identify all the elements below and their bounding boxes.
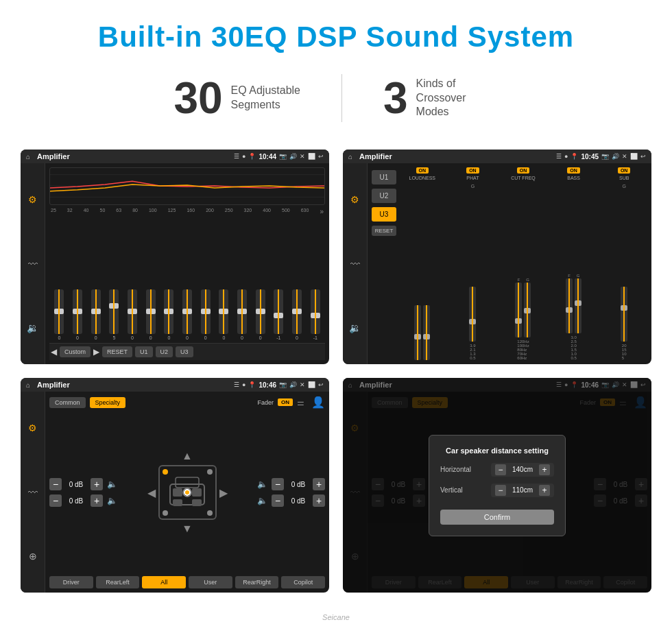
cx-camera-icon[interactable]: 📷 (601, 153, 609, 160)
menu-icon[interactable]: ☰ (234, 153, 239, 160)
spec-all-btn[interactable]: All (142, 576, 186, 588)
spec-time: 10:46 (259, 381, 276, 389)
spec-left-minus1[interactable]: − (49, 478, 62, 490)
cx-phat-on[interactable]: ON (466, 167, 479, 174)
dot-icon: ● (242, 153, 245, 160)
cx-bass-on[interactable]: ON (567, 167, 580, 174)
status-bar-eq: ⌂ Amplifier ☰ ● 📍 10:44 📷 🔊 ✕ ⬜ ↩ (21, 150, 329, 163)
cx-loudness-label: LOUDNESS (409, 176, 436, 180)
spec-icon-wave[interactable]: 〰 (28, 487, 38, 498)
cx-bass-label: BASS (567, 176, 580, 180)
slider-value-9: 0 (204, 335, 207, 340)
spec-right-db-row1: 🔈 − 0 dB + (257, 478, 325, 490)
home-icon[interactable]: ⌂ (26, 153, 30, 160)
cx-cutfreq-on[interactable]: ON (517, 167, 530, 174)
balance-right-arrow[interactable]: ▶ (219, 486, 228, 499)
spec-copilot-btn[interactable]: Copilot (281, 576, 325, 588)
eq-icon-tune[interactable]: ⚙ (28, 194, 37, 205)
balance-down-arrow[interactable]: ▼ (182, 523, 193, 535)
cx-cutfreq-label: CUT FREQ (511, 176, 536, 180)
cx-u2-btn[interactable]: U2 (372, 189, 396, 203)
stat-eq: 30 EQ AdjustableSegments (132, 76, 341, 120)
spec-camera-icon[interactable]: 📷 (279, 381, 287, 388)
spec-fader-slider-icon[interactable]: ⚌ (297, 398, 304, 407)
slider-col-4: 5 (106, 289, 123, 340)
spec-driver-btn[interactable]: Driver (49, 576, 93, 588)
camera-icon[interactable]: 📷 (279, 153, 287, 160)
cx-icon-wave[interactable]: 〰 (350, 259, 360, 270)
cx-loudness-on[interactable]: ON (416, 167, 429, 174)
spec-user-profile-icon[interactable]: 👤 (311, 396, 325, 409)
spec-close-icon[interactable]: ✕ (300, 381, 305, 388)
balance-left-arrow[interactable]: ◀ (147, 486, 156, 499)
eq-u1-btn[interactable]: U1 (135, 346, 153, 357)
spec-common-tab[interactable]: Common (49, 397, 86, 408)
spec-right-minus2[interactable]: − (272, 494, 284, 507)
dialog-vertical-plus[interactable]: + (539, 485, 550, 496)
status-bar-cx: ⌂ Amplifier ☰ ● 📍 10:45 📷 🔊 ✕ ⬜ ↩ (343, 150, 651, 163)
spec-menu-icon[interactable]: ☰ (234, 381, 239, 388)
volume-icon[interactable]: 🔊 (289, 153, 297, 160)
spec-user-btn[interactable]: User (189, 576, 232, 588)
cx-dot-icon: ● (564, 153, 568, 160)
eq-icon-volume-down[interactable]: 🔉 (27, 322, 38, 333)
cx-volume-icon[interactable]: 🔊 (612, 153, 619, 160)
eq-back-btn[interactable]: ◀ (51, 347, 57, 357)
stat-eq-number: 30 (173, 76, 222, 120)
spec-left-plus1[interactable]: + (91, 478, 103, 490)
cx-sub-on[interactable]: ON (618, 167, 631, 174)
spec-specialty-tab[interactable]: Specialty (90, 397, 126, 408)
spec-volume-icon[interactable]: 🔊 (289, 381, 297, 388)
screen-icon[interactable]: ⬜ (308, 153, 315, 160)
cx-back-icon[interactable]: ↩ (640, 153, 646, 160)
balance-up-arrow[interactable]: ▲ (182, 450, 193, 462)
spec-left-ch2-icon: 🔈 (107, 496, 117, 505)
dialog-vertical-minus[interactable]: − (495, 485, 506, 496)
cx-home-icon[interactable]: ⌂ (348, 153, 352, 160)
cx-ch-bass: ON BASS F (551, 167, 597, 360)
cx-u3-btn[interactable]: U3 (372, 207, 396, 222)
spec-rearleft-btn[interactable]: RearLeft (96, 576, 140, 588)
dialog-overlay: Car speaker distance setting Horizontal … (343, 378, 651, 593)
stat-crossover: 3 Kinds ofCrossover Modes (342, 76, 540, 120)
cx-ch-loudness: ON LOUDNESS (399, 167, 446, 360)
spec-right-minus1[interactable]: − (272, 478, 284, 490)
close-icon[interactable]: ✕ (300, 153, 305, 160)
svg-rect-7 (173, 499, 182, 506)
eq-graph (49, 167, 325, 205)
spec-left-db-val2: 0 dB (66, 497, 86, 505)
cx-icon-volume-down[interactable]: 🔉 (349, 322, 361, 333)
screen-dialog: ⌂ Amplifier ☰ ● 📍 10:46 📷 🔊 ✕ ⬜ ↩ ⚙ 〰 ⊕ (343, 378, 651, 593)
spec-right-plus2[interactable]: + (313, 494, 325, 507)
eq-u3-btn[interactable]: U3 (176, 346, 193, 357)
spec-main-area: Common Specialty Fader ON ⚌ 👤 − 0 dB + (45, 392, 329, 593)
spec-fader-on[interactable]: ON (278, 398, 293, 406)
spec-right-plus1[interactable]: + (313, 478, 325, 490)
spec-top-bar: Common Specialty Fader ON ⚌ 👤 (49, 396, 325, 409)
cx-icon-tune[interactable]: ⚙ (350, 194, 359, 205)
cx-u1-btn[interactable]: U1 (372, 170, 396, 184)
spec-left-minus2[interactable]: − (49, 494, 62, 507)
back-icon[interactable]: ↩ (318, 153, 324, 160)
spec-home-icon[interactable]: ⌂ (26, 381, 30, 389)
dialog-horizontal-minus[interactable]: − (495, 464, 506, 475)
eq-play-btn[interactable]: ▶ (93, 347, 99, 357)
cx-time: 10:45 (581, 153, 599, 160)
cx-screen-icon[interactable]: ⬜ (630, 153, 638, 160)
spec-icon-bt[interactable]: ⊕ (29, 551, 37, 562)
cx-close-icon[interactable]: ✕ (622, 153, 627, 160)
spec-icon-tune[interactable]: ⚙ (28, 422, 37, 433)
cx-menu-icon[interactable]: ☰ (556, 153, 562, 160)
screenshots-grid: ⌂ Amplifier ☰ ● 📍 10:44 📷 🔊 ✕ ⬜ ↩ ⚙ 〰 🔉 (0, 143, 672, 613)
spec-rearright-btn[interactable]: RearRight (235, 576, 279, 588)
dialog-confirm-button[interactable]: Confirm (440, 510, 554, 525)
spec-back-icon[interactable]: ↩ (318, 381, 324, 388)
eq-icon-wave[interactable]: 〰 (28, 259, 38, 270)
cx-reset-btn[interactable]: RESET (372, 226, 396, 236)
dialog-horizontal-plus[interactable]: + (539, 464, 550, 475)
eq-reset-btn[interactable]: RESET (102, 346, 132, 357)
spec-screen-icon[interactable]: ⬜ (308, 381, 315, 388)
spec-left-plus2[interactable]: + (91, 494, 103, 507)
eq-custom-btn[interactable]: Custom (60, 346, 91, 357)
eq-u2-btn[interactable]: U2 (156, 346, 173, 357)
